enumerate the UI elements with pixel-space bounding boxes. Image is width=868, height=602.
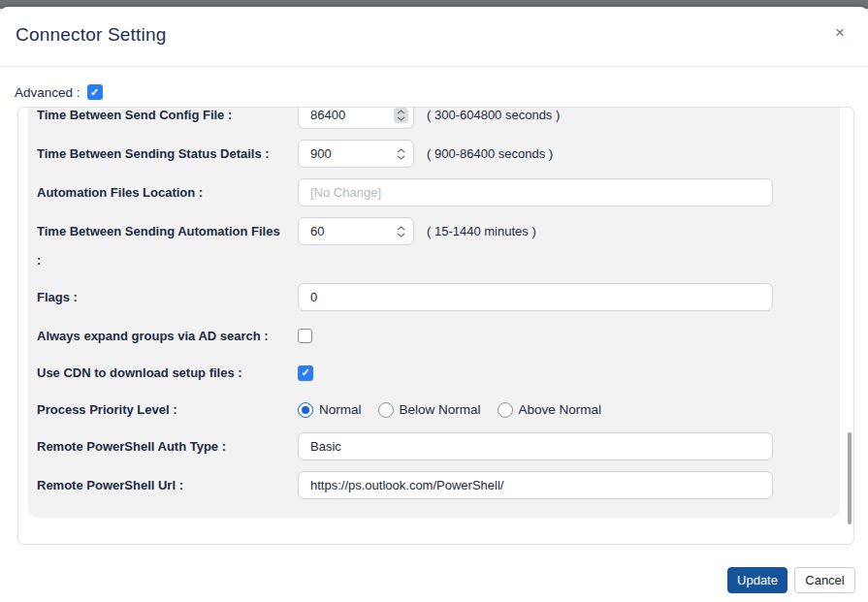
automation-files-label: Time Between Sending Automation Files (37, 224, 298, 238)
priority-option-above-normal[interactable]: Above Normal (498, 402, 602, 418)
connector-setting-dialog: Connector Setting × Advanced : ✓ Time Be… (0, 7, 868, 602)
automation-files-spinner[interactable] (394, 224, 408, 239)
dialog-title: Connector Setting (16, 24, 167, 46)
automation-location-label: Automation Files Location : (37, 185, 298, 200)
advanced-row: Advanced : ✓ (15, 84, 103, 100)
form-scroll-area[interactable]: Time Between Send Config File : 86400 ( … (17, 107, 854, 545)
use-cdn-checkbox[interactable]: ✓ (298, 365, 313, 381)
radio-unselected-icon[interactable] (498, 402, 513, 418)
automation-location-input[interactable] (298, 178, 773, 206)
ps-url-label: Remote PowerShell Url : (37, 478, 298, 492)
row-status-details: Time Between Sending Status Details : 90… (37, 140, 830, 168)
priority-label: Process Priority Level : (37, 402, 298, 417)
row-ps-url: Remote PowerShell Url : (37, 471, 830, 499)
chevron-up-icon (397, 110, 405, 114)
ps-url-input[interactable] (298, 471, 773, 499)
auth-type-input[interactable] (298, 432, 773, 460)
row-priority: Process Priority Level : Normal Below No… (37, 396, 830, 424)
status-details-value: 900 (310, 146, 332, 161)
vertical-scrollbar-thumb[interactable] (848, 432, 852, 524)
status-details-hint: ( 900-86400 seconds ) (427, 146, 553, 161)
expand-groups-label: Always expand groups via AD search : (37, 329, 298, 343)
flags-input[interactable] (298, 283, 773, 311)
row-expand-groups: Always expand groups via AD search : (37, 322, 830, 350)
priority-option-label: Below Normal (400, 402, 481, 417)
radio-selected-icon[interactable] (298, 402, 313, 418)
row-automation-files: Time Between Sending Automation Files 60… (37, 217, 830, 245)
config-file-value: 86400 (310, 108, 345, 122)
priority-radio-group: Normal Below Normal Above Normal (298, 402, 601, 418)
priority-option-label: Normal (319, 402, 362, 417)
advanced-label: Advanced : (15, 85, 80, 100)
config-file-label: Time Between Send Config File : (37, 108, 298, 122)
form-panel: Time Between Send Config File : 86400 ( … (28, 107, 840, 518)
chevron-up-icon (397, 148, 405, 153)
row-automation-location: Automation Files Location : (37, 178, 830, 206)
automation-files-value: 60 (310, 224, 324, 238)
cancel-button[interactable]: Cancel (794, 567, 855, 593)
chevron-down-icon (397, 233, 405, 238)
chevron-down-icon (397, 116, 405, 121)
priority-option-normal[interactable]: Normal (298, 402, 362, 418)
flags-label: Flags : (37, 290, 298, 304)
priority-option-label: Above Normal (519, 402, 602, 417)
expand-groups-checkbox[interactable] (298, 329, 312, 343)
radio-unselected-icon[interactable] (378, 402, 394, 418)
use-cdn-label: Use CDN to download setup files : (37, 365, 298, 380)
dialog-footer: Update Cancel (0, 552, 868, 602)
auth-type-label: Remote PowerShell Auth Type : (37, 439, 298, 454)
update-button[interactable]: Update (727, 567, 788, 593)
header-divider (0, 66, 868, 67)
status-details-spinner[interactable] (394, 146, 408, 162)
automation-files-label-colon: : (37, 253, 41, 268)
chevron-down-icon (397, 155, 405, 160)
row-use-cdn: Use CDN to download setup files : ✓ (37, 359, 830, 387)
row-auth-type: Remote PowerShell Auth Type : (37, 432, 830, 460)
dialog-header: Connector Setting × (0, 7, 868, 66)
config-file-spinner[interactable] (394, 108, 408, 123)
automation-files-input[interactable]: 60 (298, 217, 414, 245)
priority-option-below-normal[interactable]: Below Normal (378, 402, 481, 418)
row-config-file: Time Between Send Config File : 86400 ( … (37, 107, 830, 129)
close-icon[interactable]: × (835, 24, 845, 41)
automation-files-hint: ( 15-1440 minutes ) (427, 224, 536, 238)
config-file-input[interactable]: 86400 (298, 107, 414, 129)
row-flags: Flags : (37, 283, 830, 311)
status-details-input[interactable]: 900 (298, 140, 414, 168)
status-details-label: Time Between Sending Status Details : (37, 146, 298, 161)
config-file-hint: ( 300-604800 seconds ) (427, 108, 560, 122)
advanced-checkbox[interactable]: ✓ (87, 84, 103, 100)
chevron-up-icon (397, 226, 405, 231)
